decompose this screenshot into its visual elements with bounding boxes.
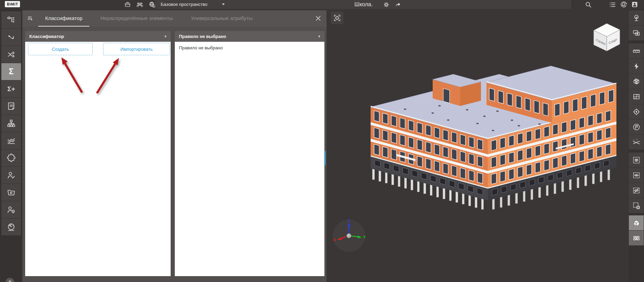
branch-icon bbox=[7, 33, 16, 42]
toolbar-section-button[interactable] bbox=[629, 74, 644, 89]
org-chart-icon bbox=[7, 119, 16, 128]
chevron-down-icon bbox=[222, 0, 225, 8]
application-window: BiMiT Базовое пространство Школа. bbox=[0, 0, 644, 282]
space-selector-caret[interactable] bbox=[219, 0, 228, 8]
list-button[interactable] bbox=[608, 1, 616, 8]
classifier-dropdown[interactable]: Классификатор ▼ bbox=[25, 31, 171, 42]
help-button[interactable]: ? bbox=[6, 278, 14, 282]
hamburger-arrow-icon bbox=[27, 15, 34, 22]
toolbar-section-box-button[interactable] bbox=[629, 89, 644, 104]
tab-classifier[interactable]: Классификатор bbox=[38, 10, 89, 27]
notifications-button[interactable] bbox=[620, 1, 628, 8]
panel-tab-bar: Классификатор Нераспределённые элементы … bbox=[22, 10, 326, 27]
sigma-plus-icon: Σ+ bbox=[7, 86, 15, 92]
sidebar-item-dynamics[interactable] bbox=[1, 132, 21, 149]
toolbar-target-button[interactable] bbox=[629, 104, 644, 119]
toolbar-clear-selection-button[interactable] bbox=[629, 198, 644, 213]
close-icon bbox=[315, 15, 322, 22]
project-settings-button[interactable] bbox=[382, 1, 390, 8]
panel-menu-button[interactable] bbox=[24, 10, 36, 27]
axis-z-label: Z bbox=[348, 218, 350, 223]
measure-lines-icon: 1 2 bbox=[632, 138, 641, 146]
workspace-button[interactable] bbox=[123, 1, 132, 8]
rule-dropdown[interactable]: Правило не выбрано ▼ bbox=[175, 31, 324, 42]
create-classifier-button[interactable]: Создать bbox=[28, 43, 93, 55]
sidebar-item-model-tree[interactable] bbox=[1, 11, 21, 28]
app-logo: BiMiT bbox=[5, 1, 20, 7]
ruler-icon bbox=[632, 47, 641, 55]
svg-text:1: 1 bbox=[633, 139, 634, 141]
axis-gizmo[interactable]: Z Y X bbox=[330, 218, 368, 254]
axis-x-label: X bbox=[333, 238, 336, 242]
search-button[interactable] bbox=[584, 1, 592, 8]
folder-export-icon bbox=[7, 188, 16, 197]
sidebar-item-2d-sheets[interactable]: 2D bbox=[1, 98, 21, 115]
team-button[interactable] bbox=[135, 1, 144, 8]
toolbar-flash-button[interactable] bbox=[629, 59, 644, 74]
panel-close-button[interactable] bbox=[315, 15, 322, 22]
viewport-3d[interactable]: Справа Сзади Z Y X bbox=[326, 9, 628, 282]
building-model[interactable] bbox=[326, 9, 628, 282]
chevron-down-icon: ▼ bbox=[164, 31, 167, 42]
dashed-x-icon bbox=[632, 202, 641, 210]
user-check-icon bbox=[7, 171, 16, 180]
sidebar-item-classifier-add[interactable]: Σ+ bbox=[1, 80, 21, 97]
toolbar-measure-lines-button[interactable]: 1 2 bbox=[629, 135, 644, 149]
tree-icon bbox=[632, 14, 641, 22]
list-icon bbox=[609, 1, 616, 8]
space-selector[interactable]: Базовое пространство bbox=[161, 0, 208, 9]
flag-circle-icon bbox=[632, 123, 641, 131]
toolbar-orbit-button[interactable] bbox=[629, 231, 644, 245]
team-icon bbox=[136, 1, 143, 8]
focus-hexagon-icon bbox=[333, 14, 341, 22]
classifier-column: Классификатор ▼ Создать Импортировать bbox=[25, 31, 171, 276]
orbit-icon bbox=[632, 234, 641, 243]
sidebar-item-approvals[interactable] bbox=[1, 167, 21, 184]
svg-text:2: 2 bbox=[636, 138, 637, 140]
sheet-2d-icon: 2D bbox=[7, 101, 16, 111]
sidebar-item-export[interactable] bbox=[1, 184, 21, 201]
tab-universal-attributes[interactable]: Универсальные атрибуты bbox=[184, 10, 260, 27]
tab-unassigned-elements[interactable]: Нераспределённые элементы bbox=[93, 10, 180, 27]
briefcase-icon bbox=[124, 1, 131, 8]
flash-icon bbox=[632, 62, 641, 70]
toolbar-capture-selection-button[interactable] bbox=[629, 26, 644, 40]
sidebar-item-user-location[interactable] bbox=[1, 201, 21, 218]
sidebar-item-dependencies[interactable] bbox=[1, 29, 21, 46]
fit-view-button[interactable] bbox=[331, 12, 343, 24]
toolbar-show-button[interactable] bbox=[629, 168, 644, 183]
toolbar-hide-button[interactable] bbox=[629, 183, 644, 198]
sidebar-item-dashboard[interactable] bbox=[1, 218, 21, 235]
cube-3d-icon bbox=[632, 218, 641, 227]
sidebar-item-plugins[interactable] bbox=[1, 149, 21, 166]
classifier-panel: Классификатор Нераспределённые элементы … bbox=[22, 10, 326, 282]
navigation-cube[interactable]: Справа Сзади bbox=[591, 21, 622, 53]
bell-icon bbox=[620, 1, 627, 8]
user-pin-icon bbox=[7, 205, 16, 214]
toolbar-isolate-box-button[interactable] bbox=[629, 153, 644, 167]
toolbar-measure-button[interactable] bbox=[629, 43, 644, 58]
rule-empty-text: Правило не выбрано bbox=[175, 42, 324, 54]
chevron-down-icon: ▼ bbox=[318, 31, 321, 42]
target-icon bbox=[632, 108, 641, 116]
account-button[interactable] bbox=[631, 1, 639, 8]
puzzle-icon bbox=[7, 153, 16, 163]
toolbar-3d-mode-button[interactable] bbox=[629, 215, 644, 230]
top-bar: BiMiT Базовое пространство Школа. bbox=[0, 0, 644, 9]
sidebar-item-structure[interactable] bbox=[1, 115, 21, 132]
toolbar-flag-button[interactable] bbox=[629, 119, 644, 134]
panel-scroll-accent[interactable] bbox=[325, 151, 326, 165]
sidebar-item-mapping[interactable] bbox=[1, 46, 21, 63]
topbar-separator bbox=[154, 0, 155, 9]
import-classifier-button[interactable]: Импортировать bbox=[103, 43, 170, 55]
search-icon bbox=[585, 1, 592, 8]
sidebar-item-classifier[interactable]: Σ bbox=[1, 63, 21, 80]
trend-lines-icon bbox=[7, 136, 16, 145]
floorplan-icon bbox=[632, 93, 641, 101]
toolbar-environment-button[interactable] bbox=[629, 10, 644, 25]
project-title: Школа. bbox=[354, 0, 373, 9]
rules-column: Правило не выбрано ▼ Правило не выбрано bbox=[175, 31, 324, 276]
share-button[interactable] bbox=[394, 1, 402, 8]
share-icon bbox=[394, 1, 401, 8]
globe-clock-button[interactable] bbox=[148, 1, 156, 8]
